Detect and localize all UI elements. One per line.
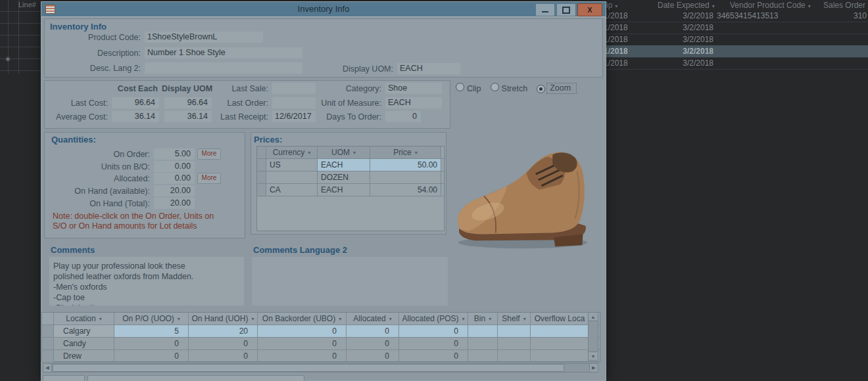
- scroll-right-button[interactable]: ▶: [589, 363, 598, 372]
- dropdown-arrow-icon[interactable]: ▾: [523, 316, 526, 322]
- location-column-header[interactable]: Location▾: [54, 313, 114, 325]
- last-cost-uom-field[interactable]: 96.64: [164, 97, 212, 108]
- price-row[interactable]: CA EACH 54.00: [257, 184, 444, 196]
- unit-of-measure-field[interactable]: EACH: [385, 97, 442, 108]
- dropdown-arrow-icon[interactable]: ▾: [99, 316, 102, 322]
- row-selector[interactable]: [42, 325, 54, 337]
- on-hand-total-field[interactable]: 20.00: [154, 198, 195, 209]
- dropdown-arrow-icon[interactable]: ▾: [415, 150, 418, 156]
- overflow-column-header[interactable]: Overflow Loca: [531, 313, 589, 325]
- window-titlebar[interactable]: Inventory Info X: [41, 2, 606, 17]
- column-header-ship[interactable]: ip▾: [606, 1, 617, 10]
- row-selector[interactable]: [257, 159, 266, 171]
- comments-field[interactable]: Play up your professional look these pol…: [49, 257, 244, 305]
- on-po-column-header[interactable]: On P/O (UOO)▾: [114, 313, 189, 325]
- dropdown-arrow-icon[interactable]: ▾: [178, 316, 180, 322]
- allocated-pos-column-header[interactable]: Allocated (POS)▾: [399, 313, 468, 325]
- close-button[interactable]: X: [577, 3, 602, 16]
- uom-column-header[interactable]: UOM▾: [318, 146, 370, 158]
- description-field[interactable]: Number 1 Shoe Style: [145, 47, 302, 58]
- product-image-shoe: [450, 101, 599, 258]
- record-navigation-partial[interactable]: [87, 375, 304, 381]
- dropdown-arrow-icon[interactable]: ▾: [339, 316, 341, 322]
- on-backorder-column-header[interactable]: On Backorder (UBO)▾: [258, 313, 347, 325]
- row-selector[interactable]: [257, 184, 266, 196]
- table-row[interactable]: 1/2018 3/2/2018: [597, 57, 868, 70]
- dropdown-arrow-icon[interactable]: ▾: [615, 3, 617, 9]
- dropdown-arrow-icon[interactable]: ▾: [808, 3, 811, 9]
- dropdown-arrow-icon[interactable]: ▾: [353, 150, 356, 156]
- table-row-selected[interactable]: 1/2018 3/2/2018: [597, 45, 868, 58]
- dropdown-arrow-icon[interactable]: ▾: [308, 150, 310, 156]
- scroll-up-button[interactable]: ▲: [588, 312, 598, 321]
- dropdown-arrow-icon[interactable]: ▾: [489, 316, 491, 322]
- product-code-field[interactable]: 1ShoeStyleBrownL: [145, 32, 263, 43]
- location-row[interactable]: Drew 0 0 0 0 0: [42, 350, 600, 363]
- price-row[interactable]: DOZEN: [257, 171, 444, 184]
- bin-column-header[interactable]: Bin▾: [468, 313, 498, 325]
- prices-title: Prices:: [254, 135, 282, 145]
- desc-lang2-field[interactable]: [145, 62, 302, 74]
- row-selector[interactable]: [257, 146, 266, 158]
- locations-table: Location▾ On P/O (UOO)▾ On Hand (UOH)▾ O…: [41, 312, 600, 362]
- on-order-more-button[interactable]: More: [197, 148, 221, 160]
- last-cost-each-field[interactable]: 96.64: [112, 97, 159, 108]
- lot-details-note: Note: double-click on the On Order, Unit…: [53, 212, 214, 231]
- record-navigation-partial[interactable]: [43, 375, 85, 381]
- image-mode-radio-group: Clip Stretch Zoom: [456, 83, 577, 93]
- minimize-button[interactable]: [535, 3, 555, 16]
- units-on-bo-field[interactable]: 0.00: [154, 161, 195, 172]
- table-row[interactable]: 1/2018 3/2/2018 34653415413513 310: [597, 10, 868, 22]
- radio-zoom-selected[interactable]: Zoom: [537, 83, 577, 93]
- row-selector[interactable]: [42, 338, 54, 349]
- scrollbar-thumb[interactable]: [53, 364, 564, 372]
- radio-clip[interactable]: Clip: [456, 83, 481, 93]
- last-order-label: Last Order:: [209, 99, 268, 108]
- on-hand-total-label: On Hand (Total):: [51, 199, 150, 208]
- quantities-title: Quantities:: [51, 135, 96, 145]
- scroll-down-button[interactable]: ▼: [588, 351, 598, 361]
- average-cost-each-field[interactable]: 36.14: [112, 111, 159, 122]
- column-header-sales-order[interactable]: Sales Order: [823, 1, 865, 10]
- allocated-column-header[interactable]: Allocated▾: [347, 313, 399, 325]
- on-hand-column-header[interactable]: On Hand (UOH)▾: [189, 313, 258, 325]
- allocated-field[interactable]: 0.00: [154, 173, 195, 184]
- average-cost-uom-field[interactable]: 36.14: [164, 111, 212, 122]
- column-header-vendor-product-code[interactable]: Vendor Product Code▾: [730, 1, 811, 10]
- on-hand-available-field[interactable]: 20.00: [154, 185, 195, 196]
- table-row[interactable]: 1/2018 3/2/2018: [597, 34, 868, 46]
- dropdown-arrow-icon[interactable]: ▾: [462, 316, 465, 322]
- price-row[interactable]: US EACH 50.00: [257, 159, 444, 171]
- shelf-column-header[interactable]: Shelf▾: [498, 313, 531, 325]
- column-header-date-expected[interactable]: Date Expected▾: [658, 1, 715, 10]
- scroll-left-button[interactable]: ◀: [43, 363, 52, 372]
- row-selector[interactable]: [257, 171, 266, 183]
- last-sale-label: Last Sale:: [209, 84, 268, 93]
- new-record-marker-icon: ✳: [5, 55, 11, 64]
- dropdown-arrow-icon[interactable]: ▾: [389, 316, 392, 322]
- dropdown-arrow-icon[interactable]: ▾: [252, 316, 254, 322]
- allocated-more-button[interactable]: More: [197, 173, 221, 184]
- currency-column-header[interactable]: Currency▾: [266, 146, 318, 158]
- allocated-label: Allocated:: [51, 174, 150, 183]
- maximize-button[interactable]: [556, 3, 576, 16]
- location-row-selected[interactable]: Calgary 5 20 0 0 0: [42, 325, 600, 338]
- comments-lang2-field[interactable]: [252, 257, 448, 305]
- category-field[interactable]: Shoe: [385, 83, 442, 94]
- row-selector[interactable]: [42, 350, 54, 362]
- display-uom-column-header: Display UOM: [162, 84, 212, 93]
- average-cost-label: Average Cost:: [49, 112, 108, 122]
- locations-header-row: Location▾ On P/O (UOO)▾ On Hand (UOH)▾ O…: [42, 313, 600, 325]
- units-on-bo-label: Units on B/O:: [51, 162, 150, 171]
- location-row[interactable]: Candy 0 0 0 0 0: [42, 338, 600, 350]
- dropdown-arrow-icon[interactable]: ▾: [712, 3, 715, 9]
- radio-selected-icon: [537, 85, 545, 93]
- table-row[interactable]: 1/2018 3/2/2018: [597, 22, 868, 34]
- price-column-header[interactable]: Price▾: [370, 146, 441, 158]
- product-code-label: Product Code:: [51, 33, 141, 42]
- row-selector[interactable]: [42, 313, 54, 325]
- display-uom-field[interactable]: EACH: [397, 63, 460, 74]
- radio-stretch[interactable]: Stretch: [491, 83, 528, 93]
- days-to-order-field[interactable]: 0: [385, 111, 421, 122]
- on-order-field[interactable]: 5.00: [154, 148, 195, 160]
